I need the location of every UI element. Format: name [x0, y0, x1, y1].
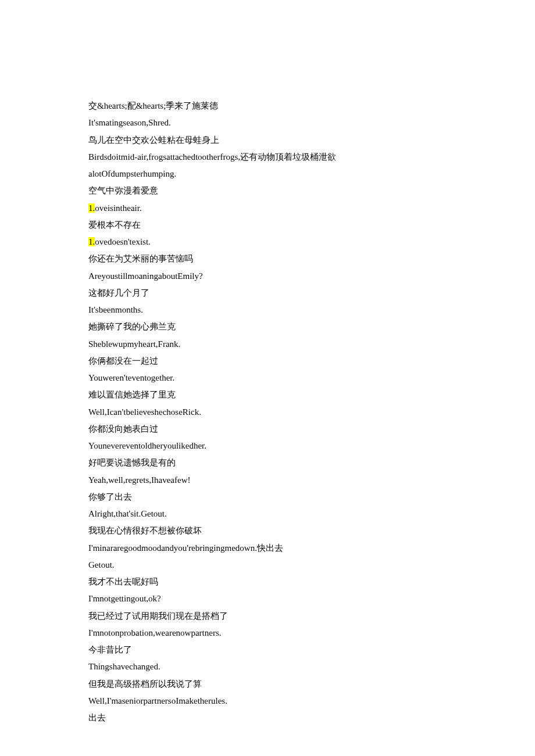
text-segment: 我已经过了试用期我们现在是搭档了 — [88, 611, 228, 621]
text-segment: 难以置信她选择了里克 — [88, 390, 176, 399]
text-line: 空气中弥漫着爱意 — [88, 182, 447, 199]
text-segment: 好吧要说遗憾我是有的 — [88, 458, 176, 467]
text-segment: smatingseason,Shred. — [95, 118, 171, 127]
text-segment: 但我是高级搭档所以我说了算 — [88, 679, 202, 689]
text-segment: 你还在为艾米丽的事苦恼吗 — [88, 254, 193, 263]
text-segment: 鸟儿在空中交欢公蛙粘在母蛙身上 — [88, 135, 219, 145]
text-line: Well,Ican'tbelieveshechoseRick. — [88, 404, 447, 421]
text-segment: 空气中弥漫着爱意 — [88, 186, 158, 195]
text-segment: 我现在心情很好不想被你破坏 — [88, 526, 202, 535]
text-segment: Yeah,well,regrets,Ihaveafew! — [88, 475, 190, 485]
text-line: 我已经过了试用期我们现在是搭档了 — [88, 608, 447, 625]
text-line: 你还在为艾米丽的事苦恼吗 — [88, 250, 447, 267]
document-page: 交&hearts;配&hearts;季来了施莱德It'smatingseason… — [0, 0, 535, 756]
text-segment: Thingshavechanged. — [88, 662, 160, 671]
text-line: I'minararegoodmoodandyou'rebringingmedow… — [88, 540, 447, 557]
text-segment: Birdsdoitmid-air,frogsattachedtootherfro… — [88, 152, 336, 162]
text-body: 交&hearts;配&hearts;季来了施莱德It'smatingseason… — [88, 98, 447, 726]
text-segment: 交&hearts;配&hearts;季来了施莱德 — [88, 101, 218, 110]
text-line: Birdsdoitmid-air,frogsattachedtootherfro… — [88, 149, 447, 166]
text-line: 爱根本不存在 — [88, 217, 447, 234]
text-segment: mnotonprobation,wearenowpartners. — [93, 628, 222, 637]
text-line: Thingshavechanged. — [88, 658, 447, 675]
text-line: 你俩都没在一起过 — [88, 353, 447, 370]
text-segment: 你都没向她表白过 — [88, 424, 158, 433]
text-segment: 这都好几个月了 — [88, 288, 149, 298]
text-segment: AreyoustillmoaningaboutEmily? — [88, 271, 203, 281]
text-line: 难以置信她选择了里克 — [88, 386, 447, 403]
text-line: 今非昔比了 — [88, 642, 447, 658]
text-line: AreyoustillmoaningaboutEmily? — [88, 268, 447, 285]
text-segment: mnotgettingout,ok? — [93, 594, 161, 603]
text-line: 我现在心情很好不想被你破坏 — [88, 522, 447, 539]
text-line: It'sbeenmonths. — [88, 302, 447, 318]
text-segment: oveisintheair. — [95, 203, 141, 213]
text-line: Alright,that'sit.Getout. — [88, 506, 447, 522]
text-line: It'smatingseason,Shred. — [88, 114, 447, 131]
text-line: 1.ovedoesn'texist. — [88, 234, 447, 250]
text-line: I'mnotonprobation,wearenowpartners. — [88, 625, 447, 642]
text-line: Yeah,well,regrets,Ihaveafew! — [88, 472, 447, 489]
text-segment: Well,I — [88, 696, 110, 705]
text-segment: alotOfdumpsterhumping. — [88, 169, 176, 178]
text-line: 你够了出去 — [88, 489, 447, 506]
text-segment: 今非昔比了 — [88, 645, 132, 654]
text-segment: 你够了出去 — [88, 492, 132, 501]
text-line: 她撕碎了我的心弗兰克 — [88, 318, 447, 335]
text-line: 但我是高级搭档所以我说了算 — [88, 676, 447, 693]
text-line: 1.oveisintheair. — [88, 200, 447, 217]
text-segment: Well,Ican — [88, 407, 122, 417]
text-segment: maseniorpartnersoImaketherules. — [111, 696, 227, 705]
text-line: Younevereventoldheryoulikedher. — [88, 438, 447, 454]
text-line: Sheblewupmyheart,Frank. — [88, 336, 447, 353]
text-segment: It — [88, 118, 94, 127]
text-segment: Youweren'teventogether. — [88, 373, 174, 382]
text-line: 这都好几个月了 — [88, 285, 447, 302]
text-segment: Getout. — [88, 560, 115, 569]
text-line: 出去 — [88, 710, 447, 726]
text-line: Well,I'maseniorpartnersoImaketherules. — [88, 693, 447, 710]
text-segment: Younevereventoldheryoulikedher. — [88, 441, 206, 450]
text-segment: It'sbeenmonths. — [88, 305, 143, 314]
text-line: 鸟儿在空中交欢公蛙粘在母蛙身上 — [88, 132, 447, 149]
text-segment: 出去 — [88, 713, 106, 722]
text-line: 我才不出去呢好吗 — [88, 574, 447, 590]
text-line: 好吧要说遗憾我是有的 — [88, 454, 447, 471]
text-segment: 你俩都没在一起过 — [88, 356, 158, 366]
text-segment: Alright,that'sit.Getout. — [88, 509, 167, 518]
text-segment: 我才不出去呢好吗 — [88, 577, 158, 586]
text-line: 交&hearts;配&hearts;季来了施莱德 — [88, 98, 447, 114]
text-segment: ovedoesn'texist. — [95, 237, 151, 246]
text-segment: 爱根本不存在 — [88, 220, 141, 230]
highlighted-text: 1. — [88, 237, 95, 246]
text-segment: minararegoodmoodandyou'rebringingmedown.… — [93, 543, 283, 553]
highlighted-text: 1. — [88, 203, 95, 213]
text-segment: Sheblewupmyheart,Frank. — [88, 339, 180, 349]
text-line: Youweren'teventogether. — [88, 370, 447, 386]
text-line: I'mnotgettingout,ok? — [88, 590, 447, 607]
text-line: Getout. — [88, 557, 447, 574]
text-segment: tbelieveshechoseRick. — [123, 407, 201, 417]
text-line: 你都没向她表白过 — [88, 421, 447, 438]
text-line: alotOfdumpsterhumping. — [88, 166, 447, 182]
text-segment: 她撕碎了我的心弗兰克 — [88, 322, 176, 331]
